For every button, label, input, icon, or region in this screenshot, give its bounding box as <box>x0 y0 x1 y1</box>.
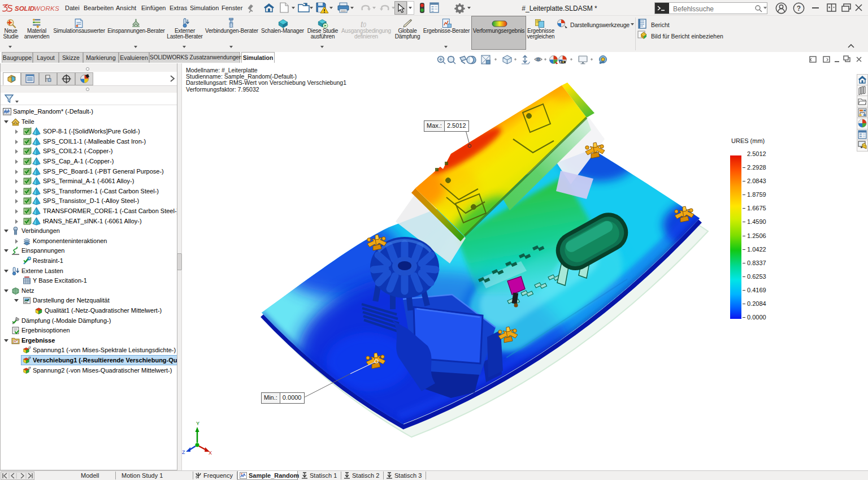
svg-text:Z: Z <box>182 449 185 455</box>
svg-text:X: X <box>209 450 212 456</box>
svg-text:Y: Y <box>196 421 199 426</box>
